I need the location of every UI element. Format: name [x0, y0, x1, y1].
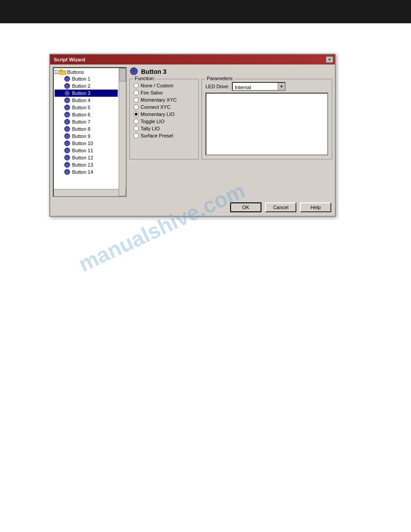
script-wizard-dialog: Script Wizard × - Buttons [49, 54, 336, 217]
radio-fire-salvo-input[interactable] [133, 90, 139, 95]
radio-momentary-xyc-label: Momentary XYC [141, 97, 177, 103]
function-group: Function: None / Custom Fire Salvo Momen… [129, 79, 199, 159]
button-icon [64, 119, 71, 125]
tree-item[interactable]: Button 9 [55, 133, 118, 140]
scrollbar-thumb[interactable] [120, 68, 126, 82]
radio-surface-preset-label: Surface Preset [141, 133, 173, 138]
folder-icon [59, 69, 66, 75]
radio-momentary-lio-label: Momentary LIO [141, 112, 175, 117]
scrollbar-corner [119, 189, 126, 196]
dialog-title: Script Wizard [54, 57, 85, 62]
button-icon [64, 154, 71, 161]
cancel-button[interactable]: Cancel [265, 202, 296, 212]
radio-connect-xyc-label: Connect XYC [141, 104, 171, 110]
radio-none-custom[interactable]: None / Custom [133, 82, 195, 89]
button-icon [64, 147, 71, 154]
svg-rect-1 [60, 69, 62, 71]
help-button[interactable]: Help [300, 202, 331, 212]
radio-momentary-lio-input[interactable] [133, 112, 139, 117]
tree-item[interactable]: Button 13 [55, 161, 118, 168]
led-drive-row: LED Drive: Internal ▼ [206, 82, 328, 91]
right-panel: Button 3 Function: None / Custom Fire Sa… [129, 67, 332, 197]
panels-row: Function: None / Custom Fire Salvo Momen… [129, 79, 332, 159]
dialog-body: - Buttons Button 1 [50, 64, 335, 200]
button-icon [64, 76, 71, 82]
radio-tally-lio-input[interactable] [133, 126, 139, 131]
tree-panel[interactable]: - Buttons Button 1 [53, 67, 127, 197]
radio-tally-lio[interactable]: Tally LIO [133, 125, 195, 132]
ok-button[interactable]: OK [230, 202, 261, 212]
tree-item[interactable]: Button 7 [55, 118, 118, 125]
radio-none-custom-label: None / Custom [141, 83, 173, 88]
params-content-box [206, 93, 328, 155]
radio-momentary-xyc[interactable]: Momentary XYC [133, 96, 195, 103]
button-icon [64, 83, 71, 89]
tree-item[interactable]: Button 4 [55, 97, 118, 104]
led-drive-value: Internal [233, 83, 278, 90]
function-group-label: Function: [133, 76, 156, 81]
params-group-label: Parameters: [206, 76, 235, 81]
radio-surface-preset-input[interactable] [133, 133, 139, 138]
radio-connect-xyc-input[interactable] [133, 104, 139, 110]
radio-none-custom-input[interactable] [133, 83, 139, 88]
button-icon [64, 133, 71, 139]
tree-item-selected[interactable]: Button 3 [55, 90, 118, 97]
radio-tally-lio-label: Tally LIO [141, 126, 160, 131]
tree-item[interactable]: Button 11 [55, 147, 118, 154]
tree-root-label: Buttons [67, 69, 84, 75]
tree-root-buttons[interactable]: - Buttons [55, 69, 118, 75]
close-button[interactable]: × [326, 56, 333, 63]
tree-item[interactable]: Button 8 [55, 125, 118, 133]
radio-fire-salvo[interactable]: Fire Salvo [133, 89, 195, 96]
button-icon [64, 104, 71, 111]
dialog-footer: OK Cancel Help [50, 200, 335, 216]
tree-content: - Buttons Button 1 [54, 68, 119, 176]
panel-header: Button 3 [129, 67, 332, 76]
tree-item[interactable]: Button 2 [55, 82, 118, 90]
tree-item[interactable]: Button 5 [55, 104, 118, 111]
tree-item[interactable]: Button 1 [55, 75, 118, 82]
button-icon [64, 169, 71, 175]
tree-vertical-scrollbar[interactable] [119, 68, 126, 189]
button-icon [64, 112, 71, 118]
led-drive-label: LED Drive: [206, 84, 229, 89]
radio-momentary-xyc-input[interactable] [133, 97, 139, 103]
led-drive-arrow[interactable]: ▼ [278, 83, 285, 90]
radio-toggle-lio-label: Toggle LIO [141, 119, 164, 124]
tree-expand-icon[interactable]: - [55, 70, 58, 74]
radio-toggle-lio[interactable]: Toggle LIO [133, 118, 195, 125]
dialog-title-bar: Script Wizard × [50, 55, 335, 64]
panel-title: Button 3 [141, 68, 167, 75]
button-icon [64, 90, 71, 96]
radio-momentary-lio[interactable]: Momentary LIO [133, 111, 195, 118]
title-bar-buttons: × [326, 56, 333, 63]
tree-item[interactable]: Button 10 [55, 140, 118, 147]
button-icon [64, 97, 71, 103]
radio-surface-preset[interactable]: Surface Preset [133, 132, 195, 139]
tree-item[interactable]: Button 12 [55, 154, 118, 161]
tree-item[interactable]: Button 14 [55, 168, 118, 176]
radio-toggle-lio-input[interactable] [133, 119, 139, 124]
button-icon [64, 140, 71, 146]
parameters-group: Parameters: LED Drive: Internal ▼ [201, 79, 332, 159]
led-drive-select[interactable]: Internal ▼ [232, 82, 286, 91]
svg-point-17 [133, 70, 135, 73]
tree-item[interactable]: Button 6 [55, 111, 118, 118]
tree-horizontal-scrollbar[interactable] [54, 189, 119, 196]
top-bar [0, 0, 411, 23]
button-icon [64, 162, 71, 168]
radio-connect-xyc[interactable]: Connect XYC [133, 103, 195, 111]
button-icon [64, 126, 71, 132]
radio-fire-salvo-label: Fire Salvo [141, 90, 163, 95]
panel-header-icon [129, 67, 138, 76]
